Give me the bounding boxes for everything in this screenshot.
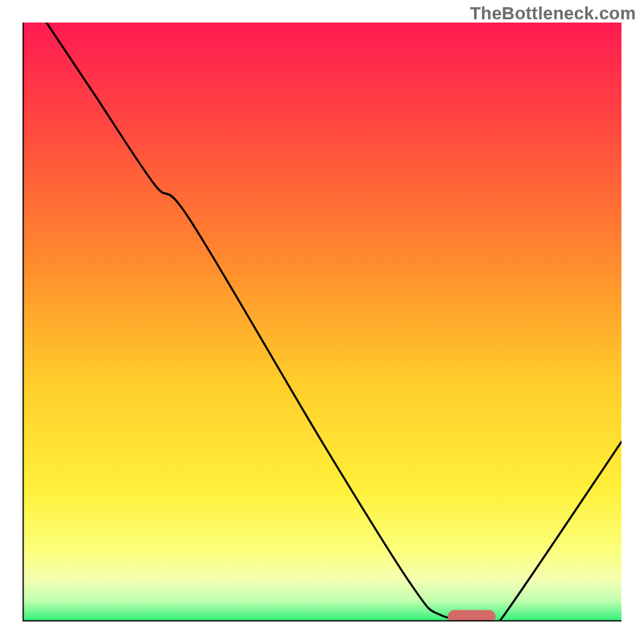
plot-area [23, 23, 621, 621]
chart-stage: TheBottleneck.com [0, 0, 644, 644]
watermark-label: TheBottleneck.com [470, 3, 636, 24]
chart-svg [23, 23, 621, 621]
minimum-marker [448, 610, 496, 621]
gradient-background [23, 23, 621, 621]
